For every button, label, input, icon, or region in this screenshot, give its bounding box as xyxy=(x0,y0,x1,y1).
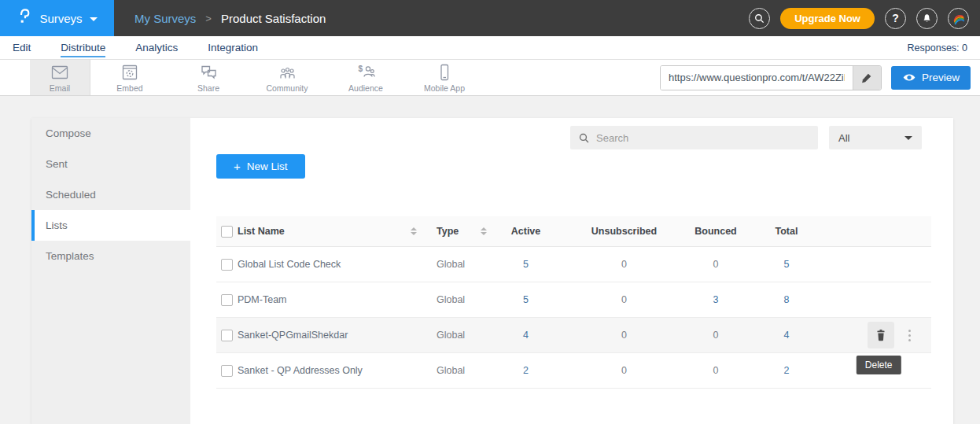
table-row[interactable]: Sanket - QP Addresses OnlyGlobal2002 xyxy=(216,353,931,389)
list-type: Global xyxy=(423,259,492,270)
bounced-count: 0 xyxy=(688,330,743,341)
preview-label: Preview xyxy=(922,72,960,83)
channel-label: Community xyxy=(266,83,308,93)
content-area: ComposeSentScheduledListsTemplates All +… xyxy=(0,96,980,424)
channel-share[interactable]: Share xyxy=(169,60,248,95)
lists-panel: All + New List List NameTypeActiveUnsubs… xyxy=(190,118,953,424)
notifications-button[interactable] xyxy=(916,8,938,29)
list-type: Global xyxy=(423,365,492,376)
list-type: Global xyxy=(423,330,492,341)
unsubscribed-count: 0 xyxy=(560,365,688,376)
survey-tabs: EditDistributeAnalyticsIntegration Respo… xyxy=(0,36,980,60)
question-mark-icon: ? xyxy=(892,12,899,24)
share-icon xyxy=(199,63,219,82)
channel-mobile-app[interactable]: Mobile App xyxy=(405,60,484,95)
channel-email[interactable]: Email xyxy=(30,60,90,95)
channel-audience[interactable]: $Audience xyxy=(326,60,405,95)
search-icon xyxy=(578,132,590,144)
bounced-count: 0 xyxy=(688,365,743,376)
total-count-link[interactable]: 8 xyxy=(743,294,830,305)
row-checkbox[interactable] xyxy=(221,294,233,306)
delete-tooltip: Delete xyxy=(857,356,901,374)
new-list-button[interactable]: + New List xyxy=(216,154,305,179)
list-name-link[interactable]: Global List Code Check xyxy=(238,259,423,270)
sort-icon[interactable] xyxy=(411,227,417,235)
column-label: List Name xyxy=(238,226,285,237)
sidebar-item-lists[interactable]: Lists xyxy=(31,210,190,241)
channel-label: Email xyxy=(50,83,70,93)
row-actions: Delete xyxy=(830,322,931,348)
row-checkbox[interactable] xyxy=(221,330,233,341)
svg-text:$: $ xyxy=(358,65,363,73)
header-actions: Upgrade Now ? xyxy=(749,8,980,29)
sidebar-item-compose[interactable]: Compose xyxy=(31,118,190,149)
sidebar-item-templates[interactable]: Templates xyxy=(31,241,190,271)
column-header-type: Type xyxy=(423,226,492,237)
breadcrumb: My Surveys > Product Satisfaction xyxy=(134,12,326,25)
breadcrumb-parent-link[interactable]: My Surveys xyxy=(134,12,196,25)
survey-tab-list: EditDistributeAnalyticsIntegration xyxy=(13,38,288,57)
preview-button[interactable]: Preview xyxy=(891,66,971,90)
sidebar-item-scheduled[interactable]: Scheduled xyxy=(31,179,190,210)
edit-url-button[interactable] xyxy=(853,66,881,90)
channel-community[interactable]: Community xyxy=(248,60,326,95)
table-row[interactable]: Global List Code CheckGlobal5005 xyxy=(216,247,931,282)
list-name-link[interactable]: Sanket-QPGmailShekdar xyxy=(238,330,423,341)
sort-icon[interactable] xyxy=(481,227,487,235)
active-count-link[interactable]: 4 xyxy=(492,330,560,341)
survey-url-input[interactable] xyxy=(661,66,853,90)
row-menu-button[interactable] xyxy=(905,326,914,345)
column-header-active: Active xyxy=(492,226,560,237)
community-icon xyxy=(278,63,297,82)
total-count-link[interactable]: 2 xyxy=(743,365,830,376)
unsubscribed-count: 0 xyxy=(560,259,688,270)
search-row: All xyxy=(216,126,922,149)
table-row[interactable]: Sanket-QPGmailShekdarGlobal4004Delete xyxy=(216,318,931,353)
delete-list-button[interactable]: Delete xyxy=(868,322,894,348)
distribute-toolbar: EmailEmbedShareCommunity$AudienceMobile … xyxy=(0,60,980,96)
plus-icon: + xyxy=(234,160,241,173)
upgrade-now-button[interactable]: Upgrade Now xyxy=(780,8,875,29)
list-name-link[interactable]: PDM-Team xyxy=(238,294,423,305)
responses-count: Responses: 0 xyxy=(908,42,980,53)
survey-url-group xyxy=(660,65,882,90)
table-row[interactable]: PDM-TeamGlobal5038 xyxy=(216,282,931,318)
list-search-input[interactable] xyxy=(596,132,810,144)
row-checkbox[interactable] xyxy=(221,365,233,377)
list-name-link[interactable]: Sanket - QP Addresses Only xyxy=(238,365,423,376)
total-count-link[interactable]: 5 xyxy=(743,259,830,270)
column-label: Type xyxy=(437,226,459,237)
sidebar-item-sent[interactable]: Sent xyxy=(31,149,190,179)
column-header-unsubscribed: Unsubscribed xyxy=(560,226,688,237)
account-avatar[interactable] xyxy=(948,8,969,29)
unsubscribed-count: 0 xyxy=(560,294,688,305)
email-sidebar: ComposeSentScheduledListsTemplates xyxy=(31,118,190,424)
trash-icon xyxy=(875,328,887,342)
table-body: Global List Code CheckGlobal5005PDM-Team… xyxy=(216,247,931,389)
tab-analytics[interactable]: Analytics xyxy=(135,38,178,57)
channel-embed[interactable]: Embed xyxy=(90,60,169,95)
list-filter-dropdown[interactable]: All xyxy=(829,126,922,149)
channel-label: Embed xyxy=(116,83,142,93)
bounced-count-link[interactable]: 3 xyxy=(688,294,743,305)
channel-list: EmailEmbedShareCommunity$AudienceMobile … xyxy=(30,60,484,95)
column-header-list-name: List Name xyxy=(238,226,423,237)
top-header: Surveys My Surveys > Product Satisfactio… xyxy=(0,0,980,36)
email-icon xyxy=(50,63,70,82)
active-count-link[interactable]: 5 xyxy=(492,294,560,305)
list-type: Global xyxy=(423,294,492,305)
row-checkbox[interactable] xyxy=(221,259,233,271)
total-count-link[interactable]: 4 xyxy=(743,330,830,341)
product-switcher[interactable]: Surveys xyxy=(0,0,114,36)
eye-icon xyxy=(902,72,916,83)
tab-edit[interactable]: Edit xyxy=(13,38,31,57)
search-button[interactable] xyxy=(749,8,770,29)
search-icon xyxy=(753,13,765,24)
select-all-checkbox[interactable] xyxy=(221,226,233,238)
breadcrumb-current: Product Satisfaction xyxy=(221,12,326,25)
help-button[interactable]: ? xyxy=(885,8,906,29)
active-count-link[interactable]: 2 xyxy=(492,365,560,376)
tab-distribute[interactable]: Distribute xyxy=(61,38,105,57)
active-count-link[interactable]: 5 xyxy=(492,259,560,270)
tab-integration[interactable]: Integration xyxy=(208,38,258,57)
